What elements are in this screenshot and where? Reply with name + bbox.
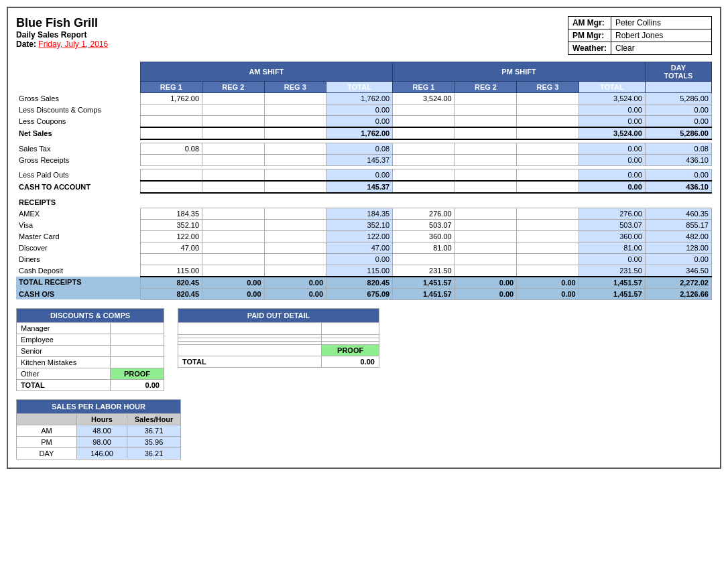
paid-row-5: PROOF: [178, 344, 379, 356]
cash-deposit-row: Cash Deposit 115.00 115.00 231.50 231.50…: [16, 265, 712, 277]
less-coupons-row: Less Coupons 0.00 0.00 0.00: [16, 116, 712, 128]
pm-mc-r3: [517, 230, 579, 242]
labor-shift-label: DAY: [17, 447, 77, 459]
pm-disc2-total: 81.00: [579, 242, 645, 253]
amex-row: AMEX 184.35 184.35 276.00 276.00 460.35: [16, 208, 712, 219]
day-visa-total: 855.17: [645, 219, 711, 230]
am-grec-r1: [140, 155, 202, 166]
cash-os-label: CASH O/S: [16, 288, 140, 299]
gross-sales-row: Gross Sales 1,762.00 1,762.00 3,524.00 3…: [16, 93, 712, 104]
am-net-r1: [140, 127, 202, 139]
pm-din-r3: [517, 253, 579, 265]
am-disc-r2: [202, 104, 265, 116]
pm-total-header: TOTAL: [579, 82, 645, 93]
date-label: Date:: [16, 40, 36, 49]
day-mc-total: 482.00: [645, 230, 711, 242]
pm-cash-r2: [454, 265, 517, 277]
am-disc-r1: 47.00: [140, 242, 202, 253]
less-discounts-label: Less Discounts & Comps: [16, 104, 140, 116]
labor-header: SALES PER LABOR HOUR: [17, 399, 181, 413]
am-tax-r3: [264, 143, 326, 155]
day-grec-total: 436.10: [645, 155, 711, 166]
am-visa-r2: [202, 219, 265, 230]
main-sales-table: AM SHIFT PM SHIFT DAYTOTALS REG 1 REG 2 …: [16, 62, 712, 300]
am-gross-r1: 1,762.00: [140, 93, 202, 104]
pm-mgr-value: Robert Jones: [611, 29, 712, 42]
pm-din-r2: [454, 253, 517, 265]
mastercard-label: Master Card: [16, 230, 140, 242]
total-receipts-row: TOTAL RECEIPTS 820.45 0.00 0.00 820.45 1…: [16, 277, 712, 289]
day-paid-total: 0.00: [645, 169, 711, 182]
pm-mgr-label: PM Mgr:: [568, 29, 611, 42]
pm-cash-acc-r2: [454, 181, 517, 193]
pm-disc2-r2: [454, 242, 517, 253]
am-cos-r2: 0.00: [202, 288, 265, 299]
day-cos-total: 2,126.66: [645, 288, 711, 299]
pm-gross-r1: 3,524.00: [393, 93, 455, 104]
disc-employee-row: Employee: [17, 334, 164, 345]
labor-shift-label: AM: [17, 425, 77, 436]
pm-visa-r2: [454, 219, 517, 230]
pm-cash-acc-total: 0.00: [579, 181, 645, 193]
pm-trec-total: 1,451.57: [579, 277, 645, 289]
date-value: Friday, July 1, 2016: [38, 40, 108, 49]
day-din-total: 0.00: [645, 253, 711, 265]
pm-tax-r3: [517, 143, 579, 155]
labor-section: SALES PER LABOR HOUR Hours Sales/Hour AM…: [16, 399, 712, 459]
disc-total-val: 0.00: [111, 379, 164, 391]
am-trec-r2: 0.00: [202, 277, 265, 289]
labor-sales-val: 35.96: [127, 436, 181, 447]
am-visa-r3: [264, 219, 326, 230]
labor-row: PM98.0035.96: [17, 436, 181, 447]
pm-visa-r3: [517, 219, 579, 230]
am-cash-r1: 115.00: [140, 265, 202, 277]
cash-os-row: CASH O/S 820.45 0.00 0.00 675.09 1,451.5…: [16, 288, 712, 299]
pm-net-total: 3,524.00: [579, 127, 645, 139]
am-coup-r3: [264, 116, 326, 128]
disc-manager-row: Manager: [17, 322, 164, 334]
disc-other-row: Other PROOF: [17, 368, 164, 379]
am-paid-total: 0.00: [326, 169, 393, 182]
paid-label-5: [178, 344, 322, 356]
discounts-section: DISCOUNTS & COMPS Manager Employee Senio…: [16, 308, 164, 391]
discounts-table: DISCOUNTS & COMPS Manager Employee Senio…: [16, 308, 164, 391]
disc-kitchen-label: Kitchen Mistakes: [17, 356, 111, 368]
mastercard-row: Master Card 122.00 122.00 360.00 360.00 …: [16, 230, 712, 242]
net-sales-label: Net Sales: [16, 127, 140, 139]
disc-employee-val: [111, 334, 164, 345]
pm-disc-r2: [454, 104, 517, 116]
disc-total-amount: 0.00: [145, 381, 160, 389]
pm-coup-r3: [517, 116, 579, 128]
less-coupons-label: Less Coupons: [16, 116, 140, 128]
labor-row: DAY146.0036.21: [17, 447, 181, 459]
disc-total-label: TOTAL: [17, 379, 111, 391]
pm-coup-r2: [454, 116, 517, 128]
am-disc2-r2: [202, 242, 265, 253]
am-tax-r2: [202, 143, 265, 155]
am-paid-r1: [140, 169, 202, 182]
pm-disc2-r1: 81.00: [393, 242, 455, 253]
labor-col-sales: Sales/Hour: [127, 413, 181, 425]
am-cash-acc-r1: [140, 181, 202, 193]
am-reg1-header: REG 1: [140, 82, 202, 93]
paidout-header: PAID OUT DETAIL: [178, 308, 379, 322]
restaurant-name: Blue Fish Grill: [16, 16, 108, 30]
am-gross-r2: [202, 93, 265, 104]
pm-disc-r1: [393, 104, 455, 116]
paidout-section: PAID OUT DETAIL: [178, 308, 379, 391]
amex-label: AMEX: [16, 208, 140, 219]
bottom-section: DISCOUNTS & COMPS Manager Employee Senio…: [16, 308, 712, 391]
am-mgr-label: AM Mgr:: [568, 17, 611, 29]
day-net-total: 5,286.00: [645, 127, 711, 139]
am-cos-total: 675.09: [326, 288, 393, 299]
am-trec-r3: 0.00: [264, 277, 326, 289]
am-total-header: TOTAL: [326, 82, 393, 93]
pm-amex-r1: 276.00: [393, 208, 455, 219]
pm-disc-total: 0.00: [579, 104, 645, 116]
pm-mc-r1: 360.00: [393, 230, 455, 242]
pm-cos-r2: 0.00: [454, 288, 517, 299]
am-shift-header: AM SHIFT: [140, 62, 393, 82]
day-trec-total: 2,272.02: [645, 277, 711, 289]
am-amex-total: 184.35: [326, 208, 393, 219]
pm-net-r2: [454, 127, 517, 139]
